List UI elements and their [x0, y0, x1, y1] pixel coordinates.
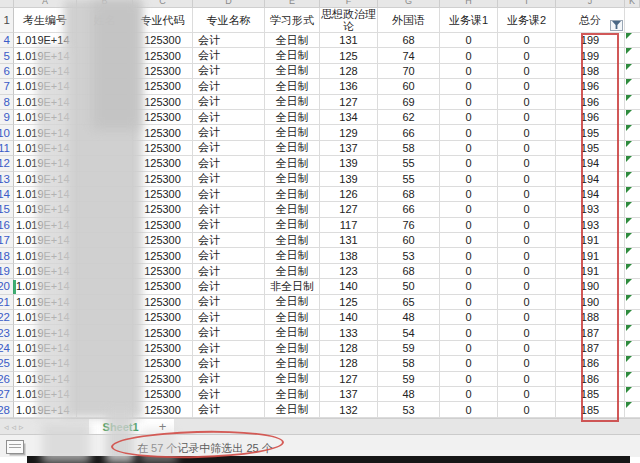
cell-candidate-no[interactable]: 1.019E+14 [14, 141, 77, 156]
cell-candidate-no[interactable]: 1.019E+14 [14, 341, 77, 356]
cell-course1-score[interactable]: 0 [440, 325, 498, 340]
cell-candidate-no[interactable]: 1.019E+14 [14, 48, 77, 63]
cell-politics-score[interactable]: 128 [320, 341, 378, 356]
cell-course1-score[interactable]: 0 [440, 341, 498, 356]
cell-course2-score[interactable]: 0 [498, 33, 556, 48]
sheet-tab-sheet1[interactable]: Sheet1 [89, 419, 151, 435]
cell-politics-score[interactable]: 123 [320, 264, 378, 279]
cell-major-name[interactable]: 会计 [193, 387, 265, 402]
cell-politics-score[interactable]: 127 [320, 202, 378, 217]
cell-politics-score[interactable]: 134 [320, 110, 378, 125]
cell-politics-score[interactable]: 128 [320, 356, 378, 371]
column-letter-F[interactable]: F [320, 0, 378, 7]
cell-total-score[interactable]: 188 [556, 310, 625, 325]
cell-politics-score[interactable]: 117 [320, 218, 378, 233]
cell-name[interactable] [77, 264, 133, 279]
cell-foreign-score[interactable]: 68 [378, 33, 440, 48]
column-letter-A[interactable]: A [14, 0, 77, 7]
cell-name[interactable] [77, 356, 133, 371]
cell-name[interactable] [77, 310, 133, 325]
cell-course2-score[interactable]: 0 [498, 64, 556, 79]
cell-foreign-score[interactable]: 53 [378, 248, 440, 263]
cell-foreign-score[interactable]: 60 [378, 79, 440, 94]
cell-study-form[interactable]: 全日制 [265, 172, 320, 187]
cell-course1-score[interactable]: 0 [440, 48, 498, 63]
cell-name[interactable] [77, 279, 133, 294]
cell-major-name[interactable]: 会计 [193, 48, 265, 63]
cell-candidate-no[interactable]: 1.019E+14 [14, 295, 77, 310]
row-header-24[interactable]: 24 [0, 341, 14, 356]
cell-course2-score[interactable]: 0 [498, 325, 556, 340]
row-header-18[interactable]: 18 [0, 248, 14, 263]
column-header-F[interactable]: 思想政治理论 [320, 8, 378, 33]
cell-study-form[interactable]: 全日制 [265, 372, 320, 387]
cell-total-score[interactable]: 196 [556, 110, 625, 125]
cell-course2-score[interactable]: 0 [498, 264, 556, 279]
cell-name[interactable] [77, 218, 133, 233]
cell-major-name[interactable]: 会计 [193, 218, 265, 233]
column-letter-G[interactable]: G [378, 0, 440, 7]
column-letter-I[interactable]: I [498, 0, 556, 7]
cell-total-score[interactable]: 196 [556, 95, 625, 110]
cell-course2-score[interactable]: 0 [498, 387, 556, 402]
cell-politics-score[interactable]: 139 [320, 172, 378, 187]
cell-politics-score[interactable]: 127 [320, 372, 378, 387]
cell-name[interactable] [77, 325, 133, 340]
column-letter-C[interactable]: C [133, 0, 193, 7]
cell-total-score[interactable]: 193 [556, 202, 625, 217]
cell-politics-score[interactable]: 140 [320, 279, 378, 294]
row-header-12[interactable]: 12 [0, 156, 14, 171]
cell-foreign-score[interactable]: 50 [378, 279, 440, 294]
row-header-25[interactable]: 25 [0, 356, 14, 371]
column-header-J[interactable]: 总分 [556, 8, 625, 33]
cell-major-code[interactable]: 125300 [133, 295, 193, 310]
cell-foreign-score[interactable]: 68 [378, 264, 440, 279]
cell-foreign-score[interactable]: 58 [378, 141, 440, 156]
row-header-26[interactable]: 26 [0, 372, 14, 387]
cell-after-total[interactable] [625, 325, 640, 340]
cell-major-code[interactable]: 125300 [133, 187, 193, 202]
cell-after-total[interactable] [625, 218, 640, 233]
cell-name[interactable] [77, 95, 133, 110]
cell-name[interactable] [77, 48, 133, 63]
cell-course2-score[interactable]: 0 [498, 202, 556, 217]
cell-politics-score[interactable]: 140 [320, 310, 378, 325]
cell-major-code[interactable]: 125300 [133, 95, 193, 110]
cell-study-form[interactable]: 全日制 [265, 95, 320, 110]
cell-major-code[interactable]: 125300 [133, 156, 193, 171]
cell-candidate-no[interactable]: 1.019E+14 [14, 233, 77, 248]
cell-after-total[interactable] [625, 372, 640, 387]
cell-study-form[interactable]: 全日制 [265, 356, 320, 371]
cell-major-code[interactable]: 125300 [133, 218, 193, 233]
column-header-C[interactable]: 专业代码 [133, 8, 193, 33]
column-header-I[interactable]: 业务课2 [498, 8, 556, 33]
cell-after-total[interactable] [625, 187, 640, 202]
cell-after-total[interactable] [625, 264, 640, 279]
cell-name[interactable] [77, 172, 133, 187]
column-letter-E[interactable]: E [265, 0, 320, 7]
cell-name[interactable] [77, 402, 133, 417]
cell-course2-score[interactable]: 0 [498, 356, 556, 371]
cell-course2-score[interactable]: 0 [498, 233, 556, 248]
cell-course1-score[interactable]: 0 [440, 218, 498, 233]
cell-after-total[interactable] [625, 233, 640, 248]
cell-course2-score[interactable]: 0 [498, 156, 556, 171]
cell-total-score[interactable]: 193 [556, 218, 625, 233]
cell-total-score[interactable]: 185 [556, 402, 625, 417]
cell-after-total[interactable] [625, 387, 640, 402]
cell-total-score[interactable]: 195 [556, 125, 625, 140]
cell-major-code[interactable]: 125300 [133, 202, 193, 217]
cell-study-form[interactable]: 全日制 [265, 141, 320, 156]
cell-major-code[interactable]: 125300 [133, 141, 193, 156]
cell-total-score[interactable]: 198 [556, 64, 625, 79]
cell-name[interactable] [77, 295, 133, 310]
cell-study-form[interactable]: 全日制 [265, 218, 320, 233]
cell-after-total[interactable] [625, 48, 640, 63]
cell-study-form[interactable]: 全日制 [265, 264, 320, 279]
cell-study-form[interactable]: 全日制 [265, 48, 320, 63]
cell-study-form[interactable]: 全日制 [265, 233, 320, 248]
cell-name[interactable] [77, 187, 133, 202]
cell-total-score[interactable]: 195 [556, 141, 625, 156]
cell-course1-score[interactable]: 0 [440, 248, 498, 263]
cell-foreign-score[interactable]: 62 [378, 110, 440, 125]
